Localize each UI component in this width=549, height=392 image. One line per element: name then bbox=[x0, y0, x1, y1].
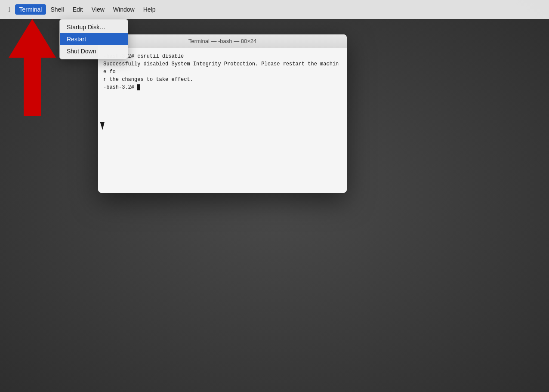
terminal-titlebar: Terminal — -bash — 80×24 bbox=[98, 34, 347, 48]
terminal-line-1: -bash-3.2# csrutil disable bbox=[103, 52, 342, 60]
menubar:  Terminal Shell Edit View Window Help bbox=[0, 0, 549, 19]
terminal-cursor bbox=[137, 84, 140, 90]
arrow-body bbox=[24, 53, 41, 116]
terminal-title: Terminal — -bash — 80×24 bbox=[188, 38, 257, 44]
menu-terminal[interactable]: Terminal bbox=[15, 4, 46, 15]
menu-shell[interactable]: Shell bbox=[46, 4, 68, 15]
menu-view[interactable]: View bbox=[87, 4, 109, 15]
terminal-line-3: r the changes to take effect. bbox=[103, 76, 342, 83]
menu-edit[interactable]: Edit bbox=[68, 4, 87, 15]
menu-window[interactable]: Window bbox=[109, 4, 139, 15]
terminal-window: Terminal — -bash — 80×24 -bash-3.2# csru… bbox=[98, 34, 347, 193]
terminal-body[interactable]: -bash-3.2# csrutil disable Successfully … bbox=[98, 48, 347, 193]
menu-item-startup-disk[interactable]: Startup Disk… bbox=[60, 21, 128, 33]
shell-dropdown-menu: Startup Disk… Restart Shut Down bbox=[59, 19, 128, 59]
arrow-head bbox=[9, 19, 56, 58]
menu-item-restart[interactable]: Restart bbox=[60, 33, 128, 45]
apple-menu[interactable]:  bbox=[3, 4, 15, 15]
apple-icon:  bbox=[8, 5, 11, 14]
terminal-line-2: Successfully disabled System Integrity P… bbox=[103, 60, 342, 76]
menu-item-shutdown[interactable]: Shut Down bbox=[60, 45, 128, 57]
terminal-line-4: -bash-3.2# bbox=[103, 83, 342, 91]
menu-help[interactable]: Help bbox=[139, 4, 160, 15]
